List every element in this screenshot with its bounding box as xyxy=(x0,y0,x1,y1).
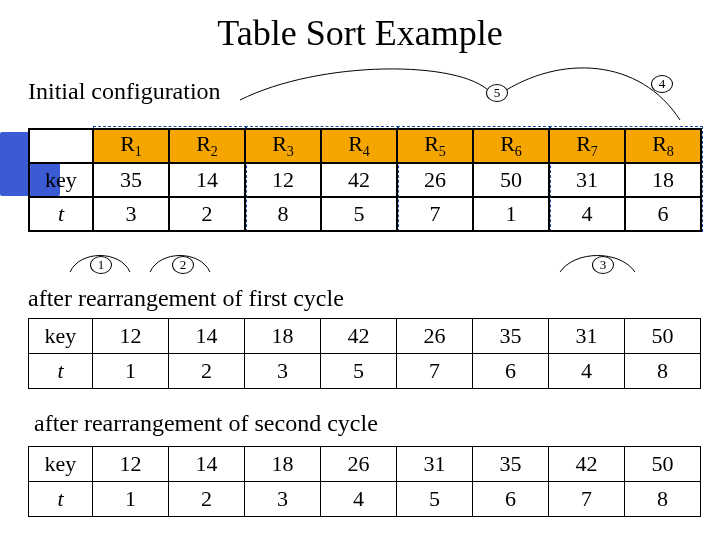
label-initial-configuration: Initial configuration xyxy=(28,78,221,105)
cell: 2 xyxy=(169,354,245,389)
cell: 5 xyxy=(321,354,397,389)
cell: 1 xyxy=(93,354,169,389)
cell: 8 xyxy=(625,354,701,389)
table-after-first-cycle: key 12 14 18 42 26 35 31 50 t 1 2 3 5 7 … xyxy=(28,318,701,389)
cell: 8 xyxy=(625,482,701,517)
cell: 50 xyxy=(625,447,701,482)
row-label-t: t xyxy=(29,197,93,231)
col-header: R5 xyxy=(397,129,473,163)
table-row: key 35 14 12 42 26 50 31 18 xyxy=(29,163,701,197)
table-row: key 12 14 18 26 31 35 42 50 xyxy=(29,447,701,482)
cell: 42 xyxy=(321,163,397,197)
header-blank xyxy=(29,129,93,163)
cell: 3 xyxy=(93,197,169,231)
cell: 5 xyxy=(321,197,397,231)
cell: 4 xyxy=(321,482,397,517)
row-label-t: t xyxy=(29,354,93,389)
cell: 14 xyxy=(169,447,245,482)
page-title: Table Sort Example xyxy=(0,12,720,54)
cell: 18 xyxy=(245,447,321,482)
cell: 35 xyxy=(473,319,549,354)
table-row: t 3 2 8 5 7 1 4 6 xyxy=(29,197,701,231)
row-label-key: key xyxy=(29,163,93,197)
cell: 26 xyxy=(397,163,473,197)
row-label-key: key xyxy=(29,447,93,482)
cell: 18 xyxy=(625,163,701,197)
cell: 7 xyxy=(549,482,625,517)
cell: 31 xyxy=(549,319,625,354)
col-header: R7 xyxy=(549,129,625,163)
cycle-callout-4: 4 xyxy=(651,75,673,93)
cell: 4 xyxy=(549,354,625,389)
cell: 8 xyxy=(245,197,321,231)
cycle-callout-5: 5 xyxy=(486,84,508,102)
cell: 6 xyxy=(473,482,549,517)
cell: 50 xyxy=(625,319,701,354)
cell: 12 xyxy=(245,163,321,197)
cycle-callout-2: 2 xyxy=(172,256,194,274)
cell: 18 xyxy=(245,319,321,354)
slide: Table Sort Example Initial configuration… xyxy=(0,0,720,540)
cell: 14 xyxy=(169,319,245,354)
cell: 7 xyxy=(397,197,473,231)
row-label-t: t xyxy=(29,482,93,517)
cell: 5 xyxy=(397,482,473,517)
label-after-second-cycle: after rearrangement of second cycle xyxy=(34,410,378,437)
table-after-second-cycle: key 12 14 18 26 31 35 42 50 t 1 2 3 4 5 … xyxy=(28,446,701,517)
cell: 6 xyxy=(625,197,701,231)
cell: 35 xyxy=(473,447,549,482)
cell: 12 xyxy=(93,447,169,482)
table-row: R1 R2 R3 R4 R5 R6 R7 R8 xyxy=(29,129,701,163)
cell: 2 xyxy=(169,482,245,517)
row-label-key: key xyxy=(29,319,93,354)
cell: 42 xyxy=(321,319,397,354)
cell: 1 xyxy=(93,482,169,517)
table-initial: R1 R2 R3 R4 R5 R6 R7 R8 key 35 14 12 42 … xyxy=(28,128,702,232)
table-row: key 12 14 18 42 26 35 31 50 xyxy=(29,319,701,354)
cell: 31 xyxy=(397,447,473,482)
cell: 26 xyxy=(397,319,473,354)
cycle-callout-1: 1 xyxy=(90,256,112,274)
cell: 35 xyxy=(93,163,169,197)
cell: 2 xyxy=(169,197,245,231)
table-row: t 1 2 3 5 7 6 4 8 xyxy=(29,354,701,389)
cell: 1 xyxy=(473,197,549,231)
cell: 42 xyxy=(549,447,625,482)
cycle-callout-3: 3 xyxy=(592,256,614,274)
cell: 3 xyxy=(245,482,321,517)
cell: 26 xyxy=(321,447,397,482)
cell: 6 xyxy=(473,354,549,389)
table-row: t 1 2 3 4 5 6 7 8 xyxy=(29,482,701,517)
cell: 7 xyxy=(397,354,473,389)
col-header: R2 xyxy=(169,129,245,163)
cell: 14 xyxy=(169,163,245,197)
col-header: R4 xyxy=(321,129,397,163)
cell: 50 xyxy=(473,163,549,197)
label-after-first-cycle: after rearrangement of first cycle xyxy=(28,285,344,312)
col-header: R1 xyxy=(93,129,169,163)
col-header: R8 xyxy=(625,129,701,163)
col-header: R6 xyxy=(473,129,549,163)
cell: 12 xyxy=(93,319,169,354)
cell: 31 xyxy=(549,163,625,197)
cell: 4 xyxy=(549,197,625,231)
cell: 3 xyxy=(245,354,321,389)
col-header: R3 xyxy=(245,129,321,163)
